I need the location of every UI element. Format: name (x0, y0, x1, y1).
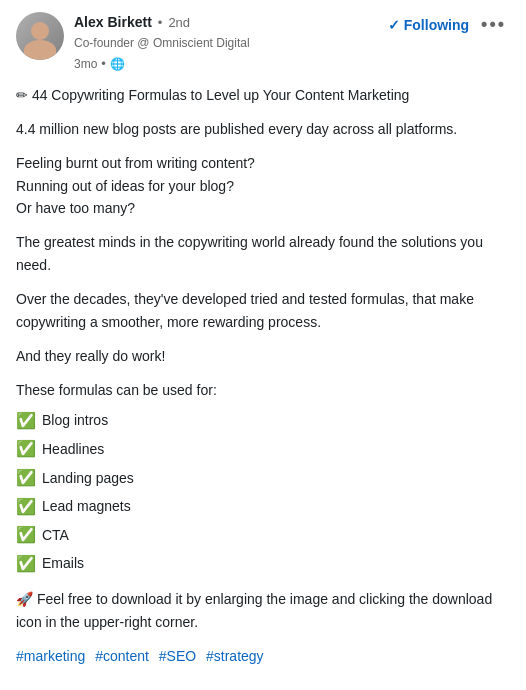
list-item-text-6: Emails (42, 552, 84, 574)
follow-button[interactable]: ✓ Following (388, 13, 469, 37)
hashtag-content[interactable]: #content (95, 648, 149, 664)
paragraph-5: And they really do work! (16, 345, 510, 367)
globe-icon: 🌐 (110, 55, 125, 73)
list-item: ✅ Lead magnets (16, 494, 510, 520)
dot-separator: • (158, 13, 163, 33)
closing-text-content: Feel free to download it by enlarging th… (16, 591, 492, 629)
check-box-icon-2: ✅ (16, 436, 36, 462)
paragraph-5-text: And they really do work! (16, 348, 165, 364)
check-box-icon-3: ✅ (16, 465, 36, 491)
post-meta: 3mo • 🌐 (74, 54, 250, 74)
list-item: ✅ Emails (16, 551, 510, 577)
paragraph-3: The greatest minds in the copywriting wo… (16, 231, 510, 276)
closing-icon: 🚀 (16, 591, 33, 607)
avatar[interactable] (16, 12, 64, 60)
check-box-icon-4: ✅ (16, 494, 36, 520)
more-options-button[interactable]: ••• (477, 12, 510, 37)
check-icon: ✓ (388, 17, 400, 33)
post-container: Alex Birkett • 2nd Co-founder @ Omniscie… (0, 0, 526, 680)
list-item-text-3: Landing pages (42, 467, 134, 489)
check-box-icon-5: ✅ (16, 522, 36, 548)
paragraph-1: 4.4 million new blog posts are published… (16, 118, 510, 140)
pencil-icon: ✏ (16, 87, 28, 103)
author-info: Alex Birkett • 2nd Co-founder @ Omniscie… (74, 12, 250, 74)
list-section: ✅ Blog intros ✅ Headlines ✅ Landing page… (16, 408, 510, 577)
header-right: ✓ Following ••• (388, 12, 510, 37)
closing-paragraph: 🚀 Feel free to download it by enlarging … (16, 588, 510, 633)
list-item: ✅ Blog intros (16, 408, 510, 434)
list-intro: These formulas can be used for: (16, 379, 510, 401)
author-name[interactable]: Alex Birkett (74, 12, 152, 33)
more-icon: ••• (481, 14, 506, 34)
paragraph-1-text: 4.4 million new blog posts are published… (16, 121, 457, 137)
author-tagline: Co-founder @ Omniscient Digital (74, 34, 250, 52)
list-item: ✅ CTA (16, 522, 510, 548)
meta-dot: • (101, 54, 106, 74)
hashtag-strategy[interactable]: #strategy (206, 648, 264, 664)
list-intro-text: These formulas can be used for: (16, 382, 217, 398)
header-left: Alex Birkett • 2nd Co-founder @ Omniscie… (16, 12, 250, 74)
list-item-text-5: CTA (42, 524, 69, 546)
check-box-icon-6: ✅ (16, 551, 36, 577)
list-item: ✅ Landing pages (16, 465, 510, 491)
list-item-text-4: Lead magnets (42, 495, 131, 517)
paragraph-4-text: Over the decades, they've developed trie… (16, 291, 474, 329)
post-title-line: ✏ 44 Copywriting Formulas to Level up Yo… (16, 84, 510, 106)
post-title: 44 Copywriting Formulas to Level up Your… (32, 87, 409, 103)
post-content: ✏ 44 Copywriting Formulas to Level up Yo… (16, 84, 510, 668)
paragraph-3-text: The greatest minds in the copywriting wo… (16, 234, 483, 272)
paragraph-4: Over the decades, they've developed trie… (16, 288, 510, 333)
list-item-text-2: Headlines (42, 438, 104, 460)
post-header: Alex Birkett • 2nd Co-founder @ Omniscie… (16, 12, 510, 74)
connection-degree: 2nd (168, 13, 190, 33)
hashtag-marketing[interactable]: #marketing (16, 648, 85, 664)
hashtag-seo[interactable]: #SEO (159, 648, 196, 664)
check-box-icon-1: ✅ (16, 408, 36, 434)
list-item-text-1: Blog intros (42, 409, 108, 431)
post-time: 3mo (74, 55, 97, 73)
list-item: ✅ Headlines (16, 436, 510, 462)
paragraph-2-text: Feeling burnt out from writing content?R… (16, 155, 255, 216)
hashtags-section: #marketing #content #SEO #strategy (16, 645, 510, 667)
follow-label: Following (404, 17, 469, 33)
author-name-row: Alex Birkett • 2nd (74, 12, 250, 33)
paragraph-2: Feeling burnt out from writing content?R… (16, 152, 510, 219)
